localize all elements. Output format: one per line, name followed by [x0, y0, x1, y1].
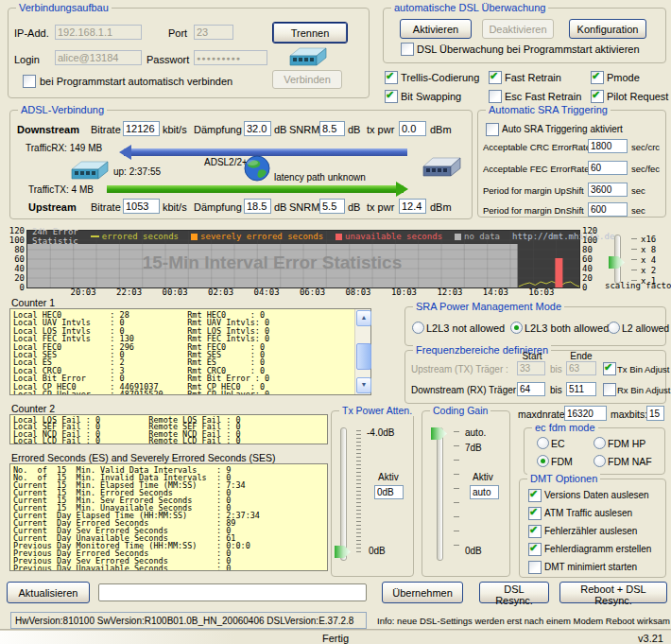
tx-bin-adjust-checkbox[interactable] — [603, 362, 616, 375]
modem-icon — [286, 45, 330, 69]
upshift-unit: sec — [631, 185, 645, 196]
y-axis-labels-left: 120100806040200 — [4, 226, 25, 292]
daempfung-label: Dämpfung — [194, 201, 242, 213]
crc-errorrate-input[interactable] — [588, 139, 628, 153]
tx-atten-slider-track[interactable] — [340, 427, 347, 561]
db-unit: dB — [348, 124, 360, 135]
konfiguration-button[interactable]: Konfiguration — [569, 19, 646, 39]
auto-sra-checkbox[interactable] — [486, 123, 499, 136]
group-title: Automatic SRA Triggering — [486, 104, 611, 115]
fdm-hp-radio[interactable] — [594, 437, 606, 449]
l2-allowed-radio[interactable] — [608, 322, 620, 334]
up-daempfung-input[interactable] — [244, 199, 271, 214]
kbit-unit: kbit/s — [163, 201, 187, 213]
start-header: Start — [518, 351, 546, 361]
fec-errorrate-label: Acceptable FEC ErrorRate — [483, 164, 589, 174]
bit-swapping-checkbox[interactable] — [385, 90, 398, 103]
app-version: v3.21 — [638, 633, 663, 644]
l2l3-not-allowed-radio[interactable] — [412, 322, 424, 334]
fdm-radio[interactable] — [537, 455, 549, 467]
rx-bin-adjust-checkbox[interactable] — [603, 383, 616, 396]
snrm-label: SNRM — [289, 201, 319, 213]
esc-fast-retrain-checkbox[interactable] — [489, 90, 502, 103]
autoconnect-checkbox[interactable] — [23, 75, 36, 88]
fdm-naf-label: FDM NAF — [608, 456, 652, 467]
coding-gain-7db-label: 7dB — [465, 443, 482, 453]
trellis-checkbox[interactable] — [385, 71, 398, 84]
aktiv-label: Aktiv — [378, 472, 399, 482]
up-txpwr-input[interactable] — [399, 199, 426, 214]
down-bitrate-input[interactable] — [123, 121, 160, 136]
ec-label: EC — [551, 438, 565, 449]
versions-daten-checkbox[interactable] — [528, 489, 542, 502]
scroll-down-button[interactable]: ▼ — [356, 377, 371, 393]
snrm-label: SNRM — [289, 124, 319, 135]
status-bar: Fertig v3.21 — [0, 630, 671, 644]
crc-errorrate-label: Acceptable CRC ErrorRate — [483, 142, 591, 152]
fehlerzaehler-checkbox[interactable] — [528, 525, 542, 538]
fdm-hp-label: FDM HP — [608, 438, 645, 449]
tx-atten-aktiv-input[interactable] — [374, 485, 404, 499]
scaling-slider-thumb[interactable] — [609, 256, 625, 269]
ueberwachung-autostart-label: DSL Überwachung bei Programmstart aktivi… — [417, 44, 640, 55]
reboot-dsl-resync-button[interactable]: Reboot + DSL Resync. — [559, 582, 667, 603]
up-snrm-input[interactable] — [319, 199, 345, 214]
uebernehmen-button[interactable]: Übernehmen — [382, 582, 463, 603]
counter1-scrollbar[interactable]: ▲ ▼ — [354, 309, 370, 394]
l2l3-not-allowed-label: L2L3 not allowed — [426, 322, 505, 334]
atm-traffic-checkbox[interactable] — [528, 507, 542, 520]
fehlerdiagramm-label: Fehlerdiagramm erstellen — [544, 544, 651, 554]
down-snrm-input[interactable] — [319, 121, 345, 136]
dmt-minimiert-checkbox[interactable] — [528, 561, 542, 574]
coding-gain-slider-track[interactable] — [437, 427, 443, 561]
down-daempfung-input[interactable] — [244, 121, 271, 136]
x-tick-label: 16:03 — [518, 287, 565, 297]
trennen-button[interactable]: Trennen — [272, 22, 348, 44]
scaling-factor-label: scaling factor — [605, 281, 671, 290]
scrollbar-thumb[interactable] — [356, 343, 371, 370]
latency-label: latency path unknown — [274, 172, 366, 183]
upshift-input[interactable] — [588, 183, 628, 197]
scaling-option: x 4 — [631, 254, 656, 265]
dbm-unit: dBm — [430, 124, 452, 135]
ec-radio[interactable] — [537, 437, 549, 449]
maxbits-input[interactable] — [646, 406, 664, 421]
passwort-input — [194, 50, 267, 65]
coding-gain-aktiv-input[interactable] — [470, 485, 499, 499]
port-input — [194, 25, 233, 40]
txpwr-label: tx pwr — [367, 124, 394, 135]
aktualisieren-button[interactable]: Aktualisieren — [7, 582, 90, 603]
fdm-naf-radio[interactable] — [594, 455, 606, 467]
version-info: HwVersion:810100 SwVersion:R100B01.0B_HN… — [10, 612, 367, 629]
group-title: ADSL-Verbindung — [18, 104, 107, 115]
reboot-hint: Info: neue DSL-Settings werden erst nach… — [377, 616, 670, 626]
adsl-mode-label: ADSL2/2+ — [204, 157, 248, 167]
dnshift-input[interactable] — [588, 202, 628, 217]
up-bitrate-input[interactable] — [123, 199, 160, 214]
l2l3-both-allowed-radio[interactable] — [510, 322, 523, 334]
coding-gain-slider-ticks — [454, 431, 459, 555]
bis-label: bis — [550, 385, 562, 395]
fec-errorrate-input[interactable] — [588, 161, 628, 175]
status-text: Fertig — [0, 633, 671, 644]
scroll-up-button[interactable]: ▲ — [356, 310, 371, 326]
es-ses-label: Errored Seconds (ES) and Severely Errore… — [11, 452, 276, 463]
downstream-label: Downstream — [17, 124, 79, 135]
pilot-request-checkbox[interactable] — [591, 90, 604, 103]
down-txpwr-input[interactable] — [399, 121, 426, 136]
fast-retrain-checkbox[interactable] — [489, 71, 502, 84]
dsl-resync-button[interactable]: DSL Resync. — [479, 582, 549, 603]
autoconnect-label: bei Programmstart automatisch verbinden — [40, 76, 232, 87]
scaling-option: x 2 — [631, 265, 656, 275]
pmode-checkbox[interactable] — [591, 71, 604, 84]
fehlerdiagramm-checkbox[interactable] — [528, 543, 542, 556]
maxdnrate-input[interactable] — [564, 406, 607, 421]
down-traeger-ende-input[interactable] — [566, 382, 596, 396]
es-ses-textarea[interactable]: No. of 15 Min. Valid Data Intervals : 9 … — [9, 463, 328, 571]
counter1-textarea[interactable]: Local HEC0 : 28 Rmt HEC0 : 0 Local UAV I… — [9, 308, 371, 395]
aktivieren-button[interactable]: Aktivieren — [400, 19, 472, 39]
ueberwachung-autostart-checkbox[interactable] — [401, 43, 414, 56]
counter2-textarea[interactable]: Local LOS Fail : 0 Remote LOS Fail : 0 L… — [9, 414, 328, 444]
down-traeger-start-input[interactable] — [517, 382, 545, 396]
modem-icon — [420, 155, 463, 180]
